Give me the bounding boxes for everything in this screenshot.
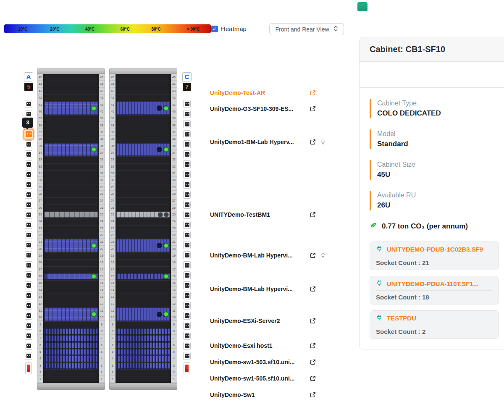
pdu-socket[interactable] [25,322,32,330]
device-name[interactable]: UnityDemo-ESXi-Server2 [210,318,306,324]
pdu-socket[interactable] [183,342,191,350]
eco-icon[interactable] [357,2,368,11]
pdu-socket[interactable] [25,281,32,289]
device-name[interactable]: UnityDemo-sw1-505.sf10.uni... [210,375,306,382]
server[interactable] [116,335,170,341]
server[interactable] [116,356,170,362]
pdu-socket[interactable] [183,211,191,219]
server[interactable] [116,239,170,252]
server[interactable] [116,328,170,334]
pdu-power-switch[interactable] [184,362,190,374]
pdu-socket[interactable] [25,221,32,229]
device-name[interactable]: UnityDemo-sw1-503.sf10.uni... [210,359,306,365]
pdu-socket[interactable] [183,352,191,360]
pdu-socket[interactable] [183,332,191,340]
external-link-icon[interactable] [310,252,316,258]
pdu-socket[interactable] [183,160,191,168]
pdu-socket[interactable] [25,261,32,269]
pdu-socket[interactable] [183,322,191,330]
pdu-socket[interactable] [25,160,32,168]
pdu-socket[interactable] [25,251,32,259]
pdu-socket[interactable] [183,261,191,269]
pdu-socket[interactable] [183,140,191,148]
device-name[interactable]: UNITYDemo-TestBM1 [210,211,306,218]
pdu-socket[interactable] [183,150,191,158]
pdu-socket[interactable] [25,241,32,249]
pdu-socket[interactable] [25,150,32,158]
server[interactable] [44,273,98,279]
heatmap-toggle[interactable]: ✓ Heatmap [211,25,247,32]
pdu-socket[interactable] [183,281,191,289]
pdu-power-switch[interactable] [25,362,32,374]
bulb-icon[interactable] [320,139,326,145]
server[interactable] [44,328,98,334]
device-name[interactable]: UnityDemo-BM-Lab Hypervi... [210,252,306,259]
server[interactable] [44,308,98,321]
external-link-icon[interactable] [310,359,316,365]
server[interactable] [116,143,170,156]
pdu-socket[interactable] [183,171,191,178]
device-name[interactable]: UnityDemo-G3-SF10-309-ES... [210,105,306,112]
pdu-socket[interactable] [183,221,191,229]
pdu-card[interactable]: TESTPDUSocket Count : 2 [370,310,499,339]
external-link-icon[interactable] [310,318,316,324]
server[interactable] [44,143,98,156]
pdu-socket[interactable] [183,291,191,299]
pdu-socket[interactable] [25,231,32,239]
pdu-socket[interactable] [25,352,32,360]
server[interactable] [116,349,170,355]
pdu-socket[interactable] [25,312,32,320]
device-name[interactable]: UnityDemo-Esxi host1 [210,342,306,349]
pdu-socket[interactable] [183,130,191,138]
pdu-socket[interactable] [25,171,32,178]
device-name[interactable]: UnityDemo1-BM-Lab Hyperv... [210,139,306,145]
external-link-icon[interactable] [310,90,316,96]
external-link-icon[interactable] [310,106,316,112]
pdu-card[interactable]: UNITYDEMO-PDUA-110T.SF1...Socket Count :… [370,276,499,304]
pdu-socket[interactable] [183,251,191,259]
server[interactable] [44,212,98,218]
heatmap-checkbox[interactable]: ✓ [211,26,218,32]
pdu-socket[interactable] [25,201,32,209]
server[interactable] [44,102,98,115]
server[interactable] [44,356,98,362]
pdu-socket[interactable] [25,332,32,340]
server[interactable] [116,212,170,218]
pdu-socket[interactable] [25,342,32,350]
pdu-socket[interactable] [25,191,32,199]
external-link-icon[interactable] [310,343,316,349]
pdu-socket[interactable] [25,181,32,189]
server[interactable] [116,342,170,348]
bulb-icon[interactable] [320,252,326,258]
server[interactable] [116,102,170,115]
pdu-card[interactable]: UNITYDEMO-PDUB-1C02B3.SF9Socket Count : … [370,242,499,270]
pdu-socket[interactable] [183,201,191,209]
server[interactable] [44,349,98,355]
pdu-socket[interactable] [25,291,32,299]
pdu-socket[interactable] [183,241,191,249]
device-name[interactable]: UnityDemo-BM-Lab Hypervi... [210,286,306,292]
external-link-icon[interactable] [310,212,316,218]
server[interactable] [116,273,170,279]
external-link-icon[interactable] [310,139,316,145]
pdu-socket[interactable] [25,110,32,118]
server[interactable] [44,342,98,348]
external-link-icon[interactable] [310,392,316,398]
pdu-socket[interactable] [25,271,32,279]
external-link-icon[interactable] [310,375,316,381]
pdu-socket[interactable] [25,211,32,219]
device-name[interactable]: UnityDemo-Test-AR [210,89,306,96]
device-name[interactable]: UnityDemo-Sw1 [210,391,306,398]
pdu-socket[interactable] [25,140,32,148]
pdu-socket[interactable] [183,191,191,199]
server[interactable] [44,335,98,341]
external-link-icon[interactable] [310,286,316,292]
pdu-socket[interactable] [183,271,191,279]
pdu-socket[interactable] [183,231,191,239]
pdu-socket[interactable] [183,312,191,320]
pdu-socket[interactable] [183,100,191,108]
pdu-socket[interactable] [183,302,191,310]
pdu-socket[interactable] [183,120,191,128]
server[interactable] [44,363,98,369]
pdu-socket[interactable] [183,110,191,118]
